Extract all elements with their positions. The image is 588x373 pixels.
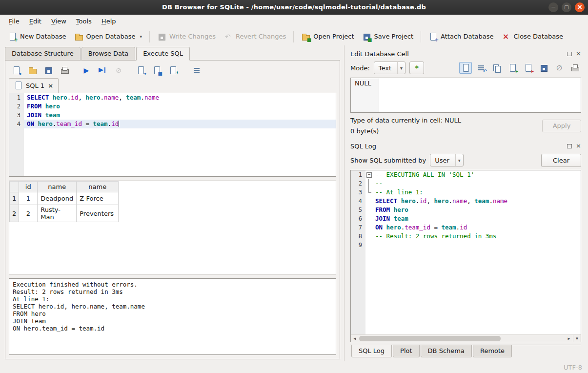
scroll-left-icon[interactable] <box>351 335 359 342</box>
save-sql-file-button[interactable] <box>42 64 55 76</box>
close-database-button[interactable]: ×Close Database <box>497 30 567 43</box>
tab-browse-data[interactable]: Browse Data <box>81 47 136 61</box>
editor-code[interactable]: SELECT hero.id, hero.name, team.nameFROM… <box>24 93 336 176</box>
table-cell[interactable]: Z-Force <box>77 192 119 205</box>
code-line[interactable]: -- At line 1: <box>365 188 581 197</box>
close-window-icon[interactable] <box>575 2 585 12</box>
log-hscrollbar[interactable] <box>351 334 581 342</box>
auto-format-button[interactable] <box>190 64 203 76</box>
corner-header-cell[interactable] <box>10 182 19 192</box>
execute-current-line-button[interactable] <box>96 64 109 76</box>
title-bar[interactable]: DB Browser for SQLite - /home/user/code/… <box>0 0 588 15</box>
open-project-button[interactable]: ■Open Project <box>297 30 358 43</box>
code-line[interactable]: FROM hero <box>24 102 336 111</box>
code-line[interactable]: ON hero.team_id = team.id <box>365 223 581 232</box>
tab-execute-sql[interactable]: Execute SQL <box>136 47 190 61</box>
hscroll-thumb[interactable] <box>359 336 501 341</box>
log-filter-combo[interactable]: User <box>430 154 464 166</box>
fold-box-icon[interactable] <box>365 170 372 179</box>
save-cell-button[interactable] <box>537 62 550 74</box>
save-results-view-button[interactable]: ■ <box>150 64 163 76</box>
results-grid[interactable]: idnamename11DeadpondZ-Force22Rusty-ManPr… <box>9 181 336 274</box>
cell-editor-gutter: NULL <box>351 78 379 112</box>
log-code[interactable]: -- EXECUTING ALL IN 'SQL 1'---- At line … <box>365 170 581 334</box>
set-null-button[interactable]: ∅ <box>553 62 566 74</box>
export-results-button[interactable]: ▾ <box>134 64 147 76</box>
menu-item-help[interactable]: Help <box>97 16 121 27</box>
dropdown-caret-icon[interactable]: ▾ <box>140 34 142 39</box>
sql-tab-bar: SQL 1× <box>9 78 336 93</box>
code-line[interactable]: JOIN team <box>24 111 336 120</box>
find-replace-button[interactable]: * <box>166 64 179 76</box>
auto-switch-mode-button[interactable]: * <box>409 62 424 74</box>
dock-tab-plot[interactable]: Plot <box>393 345 420 357</box>
row-header-cell[interactable]: 2 <box>10 205 19 222</box>
code-line[interactable]: -- Result: 2 rows returned in 3ms <box>365 232 581 241</box>
menu-item-tools[interactable]: Tools <box>71 16 97 27</box>
code-line[interactable]: SELECT hero.id, hero.name, team.name <box>365 197 581 206</box>
sql-tab-sql-1[interactable]: SQL 1× <box>9 78 59 93</box>
cell-size-text: 0 byte(s) <box>350 127 542 135</box>
copy-cell-button[interactable] <box>490 62 503 74</box>
mode-combo[interactable]: Text <box>374 62 406 74</box>
dock-tab-remote[interactable]: Remote <box>473 345 512 357</box>
copy-cell-icon <box>492 63 501 72</box>
clear-button[interactable]: Clear <box>541 154 581 167</box>
column-header-name[interactable]: name <box>38 182 77 192</box>
scroll-right-icon[interactable] <box>565 335 573 342</box>
table-cell[interactable]: Deadpond <box>38 192 77 205</box>
execute-current-line-icon <box>98 66 107 75</box>
menu-item-file[interactable]: File <box>4 16 24 27</box>
cell-editor-body[interactable] <box>379 78 581 112</box>
menu-item-edit[interactable]: Edit <box>24 16 46 27</box>
open-sql-file-button[interactable] <box>26 64 39 76</box>
sql-editor[interactable]: 1234 SELECT hero.id, hero.name, team.nam… <box>9 93 336 177</box>
table-cell[interactable]: Preventers <box>77 205 119 222</box>
code-line[interactable]: JOIN team <box>365 214 581 223</box>
print-button[interactable] <box>58 64 71 76</box>
row-header-cell[interactable]: 1 <box>10 192 19 205</box>
text-view-icon <box>14 81 22 90</box>
cell-editor[interactable]: NULL <box>350 78 581 113</box>
attach-database-button[interactable]: +Attach Database <box>425 30 497 43</box>
menu-item-view[interactable]: View <box>46 16 71 27</box>
text-view-button[interactable] <box>459 62 472 74</box>
fold-line-icon[interactable] <box>365 179 372 188</box>
execution-message[interactable]: Execution finished without errors. Resul… <box>9 278 336 355</box>
code-line[interactable] <box>365 241 581 249</box>
table-cell[interactable]: 2 <box>19 205 38 222</box>
toolbar-button-label: Write Changes <box>169 33 216 40</box>
code-line[interactable]: FROM hero <box>365 206 581 214</box>
new-database-button[interactable]: +New Database <box>4 30 70 43</box>
code-line[interactable]: ON hero.team_id = team.id <box>24 120 336 128</box>
close-tab-icon[interactable]: × <box>48 82 53 89</box>
minimize-icon[interactable] <box>548 2 558 12</box>
column-header-id[interactable]: id <box>19 182 38 192</box>
line-number: 4 <box>9 120 24 128</box>
print-cell-button[interactable] <box>568 62 581 74</box>
dock-close-icon[interactable]: × <box>576 51 581 57</box>
log-undock-icon[interactable] <box>567 144 572 148</box>
dock-tab-db-schema[interactable]: DB Schema <box>421 345 472 357</box>
code-line[interactable]: -- EXECUTING ALL IN 'SQL 1' <box>365 170 581 179</box>
undock-icon[interactable] <box>567 52 572 56</box>
tab-database-structure[interactable]: Database Structure <box>5 47 81 61</box>
table-cell[interactable]: Rusty-Man <box>38 205 77 222</box>
sql-log-area[interactable]: 123456789 -- EXECUTING ALL IN 'SQL 1'---… <box>350 170 581 342</box>
export-cell-button[interactable]: ▸ <box>522 62 534 74</box>
code-line[interactable]: SELECT hero.id, hero.name, team.name <box>24 93 336 102</box>
execute-all-button[interactable]: ▶ <box>80 64 93 76</box>
table-cell[interactable]: 1 <box>19 192 38 205</box>
open-database-button[interactable]: Open Database▾ <box>70 30 146 43</box>
fold-corner-icon[interactable] <box>365 188 372 197</box>
new-tab-button[interactable]: ▸ <box>10 64 22 76</box>
word-wrap-button[interactable]: ↶ <box>475 62 487 74</box>
scroll-down-icon[interactable] <box>573 335 581 342</box>
save-project-button[interactable]: ■Save Project <box>358 30 418 43</box>
dock-tab-sql-log[interactable]: SQL Log <box>351 345 392 357</box>
log-close-icon[interactable]: × <box>576 143 581 149</box>
maximize-icon[interactable] <box>562 2 571 12</box>
import-cell-button[interactable]: ▸ <box>506 62 519 74</box>
column-header-name[interactable]: name <box>77 182 119 192</box>
code-line[interactable]: -- <box>365 179 581 188</box>
